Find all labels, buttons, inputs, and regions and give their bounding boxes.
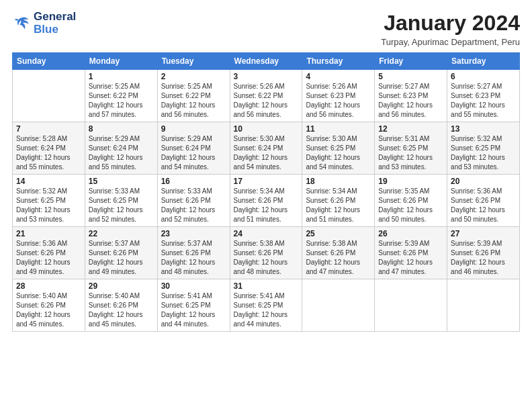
day-number: 31 [234, 281, 299, 291]
day-info: Sunrise: 5:26 AM Sunset: 6:23 PM Dayligh… [306, 82, 371, 120]
day-info: Sunrise: 5:34 AM Sunset: 6:26 PM Dayligh… [234, 187, 299, 224]
calendar-week-row: 21Sunrise: 5:36 AM Sunset: 6:26 PM Dayli… [13, 227, 520, 279]
calendar-cell: 10Sunrise: 5:30 AM Sunset: 6:24 PM Dayli… [230, 122, 302, 175]
calendar-cell: 28Sunrise: 5:40 AM Sunset: 6:26 PM Dayli… [13, 279, 85, 332]
calendar-cell: 18Sunrise: 5:34 AM Sunset: 6:26 PM Dayli… [302, 175, 375, 227]
calendar-cell: 7Sunrise: 5:28 AM Sunset: 6:24 PM Daylig… [13, 122, 85, 175]
day-info: Sunrise: 5:31 AM Sunset: 6:25 PM Dayligh… [378, 134, 443, 172]
calendar-cell: 26Sunrise: 5:39 AM Sunset: 6:26 PM Dayli… [375, 227, 447, 279]
day-number: 25 [306, 229, 371, 238]
calendar-cell: 23Sunrise: 5:37 AM Sunset: 6:26 PM Dayli… [157, 227, 230, 279]
calendar-week-row: 7Sunrise: 5:28 AM Sunset: 6:24 PM Daylig… [13, 122, 520, 175]
day-number: 17 [234, 177, 299, 186]
calendar-week-row: 28Sunrise: 5:40 AM Sunset: 6:26 PM Dayli… [13, 279, 520, 332]
day-number: 16 [161, 177, 226, 186]
day-info: Sunrise: 5:38 AM Sunset: 6:26 PM Dayligh… [234, 239, 299, 277]
calendar-day-header: Saturday [447, 53, 520, 70]
day-number: 15 [89, 177, 154, 186]
day-info: Sunrise: 5:32 AM Sunset: 6:25 PM Dayligh… [16, 187, 81, 224]
calendar-cell: 21Sunrise: 5:36 AM Sunset: 6:26 PM Dayli… [13, 227, 85, 279]
day-number: 26 [378, 229, 443, 238]
page: General Blue January 2024 Turpay, Apurim… [0, 0, 532, 411]
calendar-cell: 11Sunrise: 5:30 AM Sunset: 6:25 PM Dayli… [302, 122, 375, 175]
day-number: 2 [161, 72, 226, 81]
logo-icon [12, 14, 31, 33]
day-number: 18 [306, 177, 371, 186]
calendar-day-header: Tuesday [157, 53, 230, 70]
location-subtitle: Turpay, Apurimac Department, Peru [381, 37, 520, 47]
calendar-header-row: SundayMondayTuesdayWednesdayThursdayFrid… [13, 53, 520, 70]
day-number: 28 [16, 281, 81, 291]
logo: General Blue [12, 11, 76, 36]
calendar-cell: 25Sunrise: 5:38 AM Sunset: 6:26 PM Dayli… [302, 227, 375, 279]
calendar-cell: 3Sunrise: 5:26 AM Sunset: 6:22 PM Daylig… [230, 70, 302, 122]
day-info: Sunrise: 5:36 AM Sunset: 6:26 PM Dayligh… [16, 239, 81, 277]
calendar-day-header: Friday [375, 53, 447, 70]
day-number: 12 [378, 124, 443, 134]
day-info: Sunrise: 5:41 AM Sunset: 6:25 PM Dayligh… [234, 291, 299, 329]
day-info: Sunrise: 5:29 AM Sunset: 6:24 PM Dayligh… [89, 134, 154, 172]
calendar-cell [375, 279, 447, 332]
day-info: Sunrise: 5:40 AM Sunset: 6:26 PM Dayligh… [16, 291, 81, 329]
day-number: 13 [451, 124, 516, 134]
day-number: 5 [378, 72, 443, 81]
day-info: Sunrise: 5:27 AM Sunset: 6:23 PM Dayligh… [378, 82, 443, 120]
day-number: 10 [234, 124, 299, 134]
day-info: Sunrise: 5:37 AM Sunset: 6:26 PM Dayligh… [89, 239, 154, 277]
calendar-cell: 30Sunrise: 5:41 AM Sunset: 6:25 PM Dayli… [157, 279, 230, 332]
day-info: Sunrise: 5:36 AM Sunset: 6:26 PM Dayligh… [451, 187, 516, 224]
day-info: Sunrise: 5:39 AM Sunset: 6:26 PM Dayligh… [451, 239, 516, 277]
day-number: 11 [306, 124, 371, 134]
day-info: Sunrise: 5:37 AM Sunset: 6:26 PM Dayligh… [161, 239, 226, 277]
day-number: 8 [89, 124, 154, 134]
month-title: January 2024 [381, 11, 520, 36]
calendar-day-header: Thursday [302, 53, 375, 70]
day-number: 22 [89, 229, 154, 238]
day-number: 14 [16, 177, 81, 186]
calendar-cell: 4Sunrise: 5:26 AM Sunset: 6:23 PM Daylig… [302, 70, 375, 122]
logo-text: General Blue [34, 11, 76, 36]
day-number: 7 [16, 124, 81, 134]
day-info: Sunrise: 5:33 AM Sunset: 6:26 PM Dayligh… [161, 187, 226, 224]
calendar-table: SundayMondayTuesdayWednesdayThursdayFrid… [12, 52, 520, 332]
day-number: 24 [234, 229, 299, 238]
calendar-cell [302, 279, 375, 332]
calendar-cell: 29Sunrise: 5:40 AM Sunset: 6:26 PM Dayli… [85, 279, 157, 332]
calendar-cell: 2Sunrise: 5:25 AM Sunset: 6:22 PM Daylig… [157, 70, 230, 122]
day-info: Sunrise: 5:30 AM Sunset: 6:24 PM Dayligh… [234, 134, 299, 172]
day-number: 6 [451, 72, 516, 81]
day-info: Sunrise: 5:39 AM Sunset: 6:26 PM Dayligh… [378, 239, 443, 277]
calendar-cell: 31Sunrise: 5:41 AM Sunset: 6:25 PM Dayli… [230, 279, 302, 332]
calendar-cell: 8Sunrise: 5:29 AM Sunset: 6:24 PM Daylig… [85, 122, 157, 175]
day-number: 30 [161, 281, 226, 291]
day-number: 27 [451, 229, 516, 238]
day-info: Sunrise: 5:32 AM Sunset: 6:25 PM Dayligh… [451, 134, 516, 172]
day-number: 9 [161, 124, 226, 134]
calendar-cell: 9Sunrise: 5:29 AM Sunset: 6:24 PM Daylig… [157, 122, 230, 175]
calendar-week-row: 1Sunrise: 5:25 AM Sunset: 6:22 PM Daylig… [13, 70, 520, 122]
calendar-cell: 1Sunrise: 5:25 AM Sunset: 6:22 PM Daylig… [85, 70, 157, 122]
day-number: 21 [16, 229, 81, 238]
day-number: 19 [378, 177, 443, 186]
calendar-cell: 17Sunrise: 5:34 AM Sunset: 6:26 PM Dayli… [230, 175, 302, 227]
calendar-cell: 14Sunrise: 5:32 AM Sunset: 6:25 PM Dayli… [13, 175, 85, 227]
calendar-cell: 12Sunrise: 5:31 AM Sunset: 6:25 PM Dayli… [375, 122, 447, 175]
day-info: Sunrise: 5:41 AM Sunset: 6:25 PM Dayligh… [161, 291, 226, 329]
title-block: January 2024 Turpay, Apurimac Department… [381, 11, 520, 47]
day-info: Sunrise: 5:33 AM Sunset: 6:25 PM Dayligh… [89, 187, 154, 224]
calendar-cell: 16Sunrise: 5:33 AM Sunset: 6:26 PM Dayli… [157, 175, 230, 227]
calendar-day-header: Monday [85, 53, 157, 70]
day-info: Sunrise: 5:28 AM Sunset: 6:24 PM Dayligh… [16, 134, 81, 172]
day-info: Sunrise: 5:40 AM Sunset: 6:26 PM Dayligh… [89, 291, 154, 329]
calendar-day-header: Wednesday [230, 53, 302, 70]
calendar-cell [13, 70, 85, 122]
day-info: Sunrise: 5:34 AM Sunset: 6:26 PM Dayligh… [306, 187, 371, 224]
calendar-day-header: Sunday [13, 53, 85, 70]
day-number: 1 [89, 72, 154, 81]
day-info: Sunrise: 5:26 AM Sunset: 6:22 PM Dayligh… [234, 82, 299, 120]
day-number: 29 [89, 281, 154, 291]
header: General Blue January 2024 Turpay, Apurim… [12, 11, 520, 47]
calendar-cell: 5Sunrise: 5:27 AM Sunset: 6:23 PM Daylig… [375, 70, 447, 122]
day-info: Sunrise: 5:38 AM Sunset: 6:26 PM Dayligh… [306, 239, 371, 277]
calendar-cell: 20Sunrise: 5:36 AM Sunset: 6:26 PM Dayli… [447, 175, 520, 227]
